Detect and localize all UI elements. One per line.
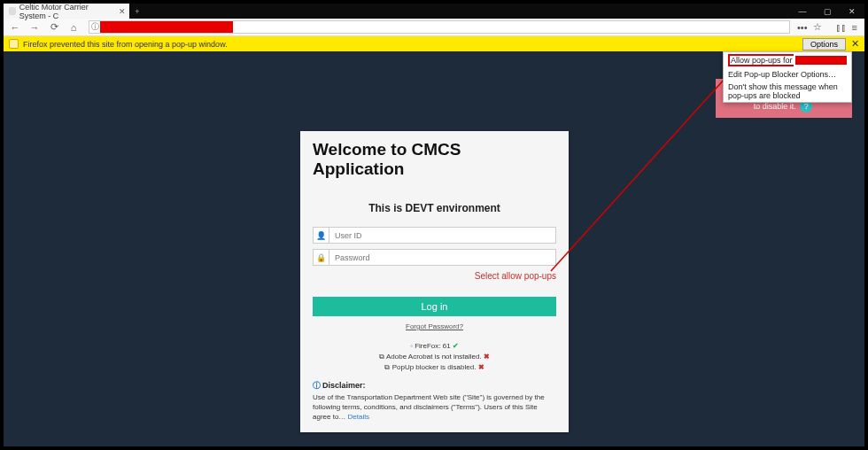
login-card: Welcome to CMCS Application This is DEVT… (300, 131, 569, 432)
menu-redacted (795, 56, 847, 65)
site-info-icon[interactable]: ⓘ (89, 21, 100, 33)
popup-options-menu: Allow pop-ups for Edit Pop-up Blocker Op… (723, 51, 852, 103)
info-icon: ⓘ (313, 381, 321, 390)
reload-button[interactable]: ⟳ (46, 20, 62, 35)
forgot-password-link[interactable]: Forgot Password? (313, 322, 556, 330)
popup-options-button[interactable]: Options (802, 38, 846, 50)
titlebar: Celtic Motor Carrier System - C ✕ + — ▢ … (4, 4, 864, 19)
new-tab-button[interactable]: + (129, 4, 145, 19)
window-close-button[interactable]: ✕ (840, 4, 864, 19)
window-max-button[interactable]: ▢ (815, 4, 840, 19)
window-min-button[interactable]: — (790, 4, 815, 19)
user-id-input[interactable] (329, 227, 556, 244)
login-button[interactable]: Log in (313, 297, 556, 316)
url-redacted (100, 21, 233, 33)
popup-blocked-icon (9, 39, 19, 49)
menu-icon[interactable]: ≡ (852, 22, 857, 33)
navbar: ← → ⟳ ⌂ ⓘ ••• ☆ ⫿⫿ ≡ (4, 19, 864, 36)
library-icon[interactable]: ⫿⫿ (836, 22, 847, 33)
menu-edit-blocker[interactable]: Edit Pop-up Blocker Options… (724, 68, 851, 81)
user-icon: 👤 (313, 227, 329, 244)
menu-allow-popups[interactable]: Allow pop-ups for (724, 52, 851, 68)
forward-button[interactable]: → (27, 20, 43, 35)
tab-title: Celtic Motor Carrier System - C (19, 3, 115, 20)
password-input[interactable] (329, 249, 556, 266)
env-label: This is DEVT environment (313, 202, 556, 214)
select-allow-popups-label: Select allow pop-ups (313, 271, 556, 281)
page-actions-icon[interactable]: ••• (797, 22, 808, 33)
home-button[interactable]: ⌂ (66, 20, 81, 35)
menu-dont-show[interactable]: Don't show this message when pop-ups are… (724, 81, 851, 102)
tab-close-icon[interactable]: ✕ (119, 7, 126, 16)
browser-checks: ◦ FireFox: 61 ✔ ⧉ Adobe Acrobat is not i… (313, 341, 556, 373)
address-bar[interactable]: ⓘ (89, 20, 790, 34)
help-text-line2: to disable it. (754, 102, 796, 111)
bookmark-star-icon[interactable]: ☆ (813, 21, 822, 33)
popup-blocked-bar: Firefox prevented this site from opening… (4, 36, 864, 51)
details-link[interactable]: Details (348, 413, 369, 421)
popup-blocked-message: Firefox prevented this site from opening… (23, 40, 228, 49)
browser-tab[interactable]: Celtic Motor Carrier System - C ✕ (4, 4, 129, 19)
page-title: Welcome to CMCS Application (313, 140, 556, 179)
svg-line-0 (551, 59, 742, 271)
popup-bar-close-icon[interactable]: ✕ (851, 38, 859, 50)
lock-icon: 🔒 (313, 249, 329, 266)
tab-favicon (9, 7, 16, 15)
disclaimer-text: Use of the Transportation Department Web… (313, 393, 556, 422)
disclaimer-heading: ⓘDisclaimer: (313, 380, 556, 392)
back-button[interactable]: ← (7, 20, 23, 35)
